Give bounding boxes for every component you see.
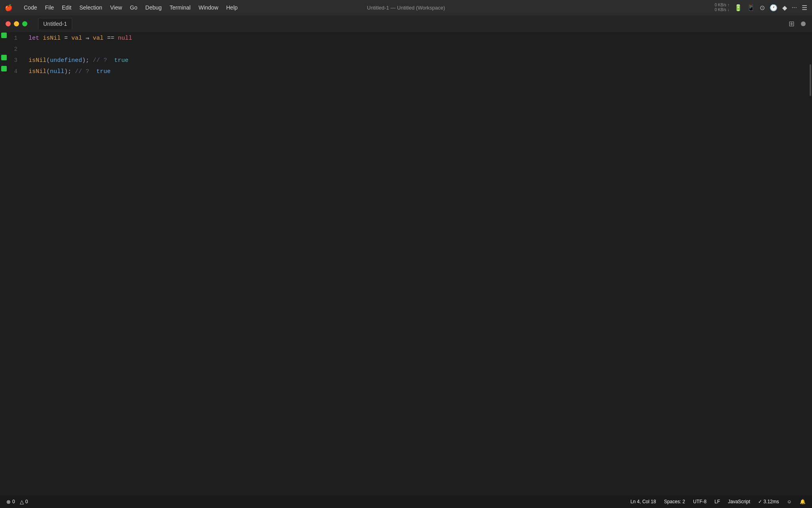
code-token: null <box>118 35 132 42</box>
network-speed: 0 KB/s ↑0 KB/s ↓ <box>714 3 729 12</box>
code-line[interactable] <box>27 44 808 55</box>
code-token: ( <box>46 57 50 64</box>
timing-indicator[interactable]: ✓ 3.12ms <box>758 499 779 504</box>
menu-bar-right: 0 KB/s ↑0 KB/s ↓ 🔋 📱 ⊙ 🕐 ◆ ··· ☰ <box>714 3 807 12</box>
menu-view[interactable]: View <box>106 3 126 12</box>
line-number: 4 <box>8 66 24 77</box>
status-bar: ⊗ 0 △ 0 Ln 4, Col 18 Spaces: 2 UTF-8 LF … <box>0 495 812 508</box>
error-count[interactable]: ⊗ 0 <box>6 499 15 505</box>
gutter-row: 3 <box>0 55 24 66</box>
line-number: 1 <box>8 33 24 44</box>
warning-count[interactable]: △ 0 <box>20 499 28 505</box>
run-indicator-icon[interactable] <box>1 33 7 38</box>
gutter-row: 4 <box>0 66 24 77</box>
language-indicator[interactable]: JavaScript <box>728 499 750 504</box>
code-token: // ? <box>71 68 96 75</box>
menu-help[interactable]: Help <box>222 3 242 12</box>
code-content[interactable]: let isNil = val ⇒ val == nullisNil(undef… <box>24 33 808 495</box>
menu-window[interactable]: Window <box>195 3 222 12</box>
smiley-icon[interactable]: ☺ <box>787 499 792 504</box>
battery-icon[interactable]: 🔋 <box>734 4 742 12</box>
line-gutter: 1234 <box>0 33 24 495</box>
menu-debug[interactable]: Debug <box>142 3 166 12</box>
gutter-row: 2 <box>0 44 24 55</box>
code-token: // ? <box>89 57 114 64</box>
menu-bar: 🍎 Code File Edit Selection View Go Debug… <box>0 0 812 15</box>
spaces-indicator[interactable]: Spaces: 2 <box>664 499 685 504</box>
window-title: Untitled-1 — Untitled (Workspace) <box>367 5 445 11</box>
line-number: 3 <box>8 55 24 66</box>
status-bar-left: ⊗ 0 △ 0 <box>6 499 28 505</box>
tab-bar: Untitled-1 ⊞ <box>0 15 812 33</box>
menu-selection[interactable]: Selection <box>75 3 106 12</box>
code-line[interactable]: isNil(undefined); // ? true <box>27 55 808 66</box>
tab-bar-right: ⊞ <box>789 19 806 28</box>
list-icon[interactable]: ☰ <box>802 4 807 12</box>
code-line[interactable]: isNil(null); // ? true <box>27 66 808 77</box>
menu-terminal[interactable]: Terminal <box>166 3 195 12</box>
code-token: let <box>29 35 43 42</box>
encoding-indicator[interactable]: UTF-8 <box>693 499 707 504</box>
line-indicator <box>0 66 8 71</box>
line-col-indicator[interactable]: Ln 4, Col 18 <box>630 499 656 504</box>
close-button[interactable] <box>6 21 11 26</box>
status-bar-right: Ln 4, Col 18 Spaces: 2 UTF-8 LF JavaScri… <box>630 499 806 504</box>
code-token: isNil <box>29 57 46 64</box>
code-token: isNil <box>29 68 46 75</box>
code-token: true <box>114 57 128 64</box>
line-indicator <box>0 33 8 38</box>
code-token: == <box>103 35 118 42</box>
circle-icon[interactable]: ⊙ <box>760 4 765 12</box>
scrollbar-thumb[interactable] <box>810 64 811 96</box>
apple-logo-icon[interactable]: 🍎 <box>5 4 13 12</box>
code-line[interactable]: let isNil = val ⇒ val == null <box>27 33 808 44</box>
menu-code[interactable]: Code <box>20 3 41 12</box>
code-token: val <box>93 35 103 42</box>
scrollbar-track[interactable] <box>808 33 812 495</box>
editor-area: 1234 let isNil = val ⇒ val == nullisNil(… <box>0 33 812 495</box>
menu-go[interactable]: Go <box>126 3 142 12</box>
line-ending-indicator[interactable]: LF <box>714 499 720 504</box>
bell-icon[interactable]: 🔔 <box>800 499 806 504</box>
minimize-button[interactable] <box>14 21 19 26</box>
gutter-row: 1 <box>0 33 24 44</box>
line-indicator <box>0 55 8 60</box>
tab-dot-icon[interactable] <box>801 21 806 26</box>
code-token: val <box>71 35 82 42</box>
code-token: = <box>61 35 71 42</box>
maximize-button[interactable] <box>22 21 27 26</box>
code-token: ); <box>82 57 89 64</box>
error-icon: ⊗ <box>6 499 11 505</box>
code-token: ( <box>46 68 50 75</box>
line-number: 2 <box>8 44 24 55</box>
code-token: true <box>96 68 111 75</box>
diamond-icon[interactable]: ◆ <box>782 4 787 12</box>
code-token: null <box>50 68 64 75</box>
split-editor-icon[interactable]: ⊞ <box>789 19 795 28</box>
phone-icon[interactable]: 📱 <box>747 4 755 12</box>
run-indicator-icon[interactable] <box>1 66 7 71</box>
editor-tab[interactable]: Untitled-1 <box>38 18 72 29</box>
menu-edit[interactable]: Edit <box>58 3 75 12</box>
code-token: ⇒ <box>82 35 93 42</box>
run-indicator-icon[interactable] <box>1 55 7 60</box>
clock-icon[interactable]: 🕐 <box>770 4 778 12</box>
code-token: undefined <box>50 57 82 64</box>
more-icon[interactable]: ··· <box>792 4 797 11</box>
traffic-lights <box>6 21 27 26</box>
menu-file[interactable]: File <box>41 3 58 12</box>
code-token: isNil <box>43 35 61 42</box>
code-token: ); <box>64 68 71 75</box>
warning-icon: △ <box>20 499 24 505</box>
